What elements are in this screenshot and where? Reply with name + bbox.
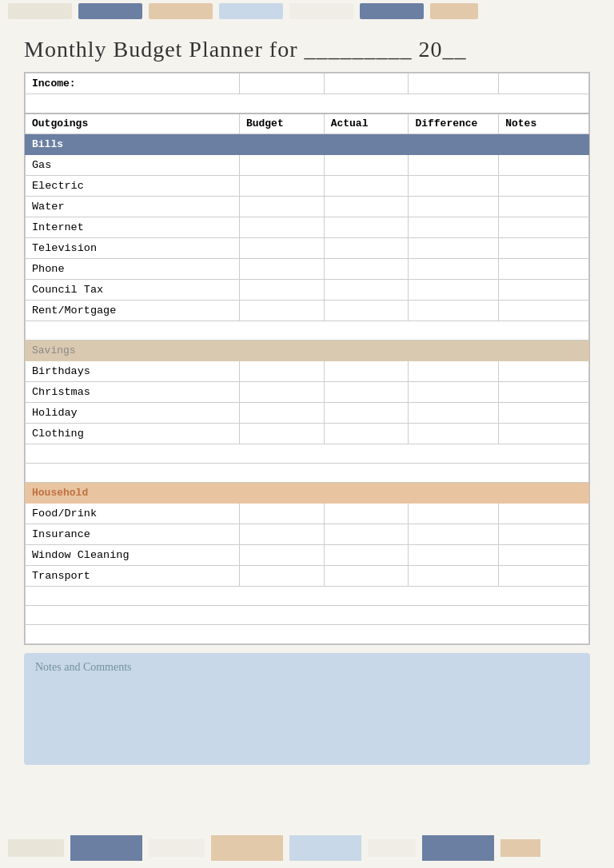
cell-holiday-budget[interactable] (239, 403, 324, 424)
cell-holiday-diff[interactable] (409, 403, 499, 424)
cell-tv-diff[interactable] (409, 238, 499, 259)
income-actual[interactable] (324, 74, 409, 94)
label-holiday: Holiday (26, 403, 240, 424)
cell-gas-notes[interactable] (499, 155, 589, 176)
cell-water-notes[interactable] (499, 197, 589, 217)
cell-transport-diff[interactable] (409, 566, 499, 587)
label-water: Water (26, 197, 240, 217)
row-holiday: Holiday (26, 403, 589, 424)
cell-transport-actual[interactable] (324, 566, 409, 587)
cell-phone-actual[interactable] (324, 259, 409, 280)
cell-internet-notes[interactable] (499, 217, 589, 238)
empty-row-6 (26, 606, 589, 625)
cell-holiday-actual[interactable] (324, 403, 409, 424)
cell-tv-budget[interactable] (239, 238, 324, 259)
empty-row-5 (26, 587, 589, 606)
cell-insurance-notes[interactable] (499, 524, 589, 545)
cell-electric-notes[interactable] (499, 176, 589, 197)
cell-gas-diff[interactable] (409, 155, 499, 176)
bot-swatch-3 (149, 839, 205, 857)
cell-electric-budget[interactable] (239, 176, 324, 197)
cell-wc-notes[interactable] (499, 545, 589, 566)
cell-rent-notes[interactable] (499, 301, 589, 321)
cell-ct-budget[interactable] (239, 280, 324, 301)
top-color-bar (0, 0, 614, 22)
row-gas: Gas (26, 155, 589, 176)
notes-comments-area[interactable]: Notes and Comments (24, 653, 590, 765)
row-rent-mortgage: Rent/Mortgage (26, 301, 589, 321)
cell-rent-diff[interactable] (409, 301, 499, 321)
cell-insurance-actual[interactable] (324, 524, 409, 545)
cell-phone-budget[interactable] (239, 259, 324, 280)
cell-clothing-notes[interactable] (499, 424, 589, 444)
cell-bday-actual[interactable] (324, 361, 409, 382)
label-gas: Gas (26, 155, 240, 176)
cell-clothing-budget[interactable] (239, 424, 324, 444)
cell-gas-budget[interactable] (239, 155, 324, 176)
cell-ct-notes[interactable] (499, 280, 589, 301)
column-header-row: Outgoings Budget Actual Difference Notes (26, 113, 589, 134)
cell-transport-budget[interactable] (239, 566, 324, 587)
label-television: Television (26, 238, 240, 259)
label-transport: Transport (26, 566, 240, 587)
cell-food-budget[interactable] (239, 504, 324, 524)
cell-xmas-notes[interactable] (499, 382, 589, 403)
cell-xmas-actual[interactable] (324, 382, 409, 403)
cell-bday-budget[interactable] (239, 361, 324, 382)
cell-food-actual[interactable] (324, 504, 409, 524)
cell-wc-budget[interactable] (239, 545, 324, 566)
bottom-color-bar (0, 828, 614, 868)
bot-swatch-6 (368, 839, 416, 857)
swatch-1 (8, 3, 72, 19)
row-clothing: Clothing (26, 424, 589, 444)
empty-row-1 (26, 94, 589, 113)
cell-clothing-actual[interactable] (324, 424, 409, 444)
header-difference: Difference (409, 113, 499, 134)
cell-ct-diff[interactable] (409, 280, 499, 301)
income-notes[interactable] (499, 74, 589, 94)
row-television: Television (26, 238, 589, 259)
cell-internet-diff[interactable] (409, 217, 499, 238)
bot-swatch-4 (211, 835, 283, 861)
income-diff[interactable] (409, 74, 499, 94)
cell-water-actual[interactable] (324, 197, 409, 217)
cell-bday-diff[interactable] (409, 361, 499, 382)
cell-water-budget[interactable] (239, 197, 324, 217)
cell-transport-notes[interactable] (499, 566, 589, 587)
cell-bday-notes[interactable] (499, 361, 589, 382)
cell-phone-notes[interactable] (499, 259, 589, 280)
empty-row-3 (26, 444, 589, 464)
cell-clothing-diff[interactable] (409, 424, 499, 444)
cell-internet-actual[interactable] (324, 217, 409, 238)
savings-label: Savings (26, 340, 589, 361)
cell-xmas-diff[interactable] (409, 382, 499, 403)
label-food-drink: Food/Drink (26, 504, 240, 524)
cell-water-diff[interactable] (409, 197, 499, 217)
cell-wc-diff[interactable] (409, 545, 499, 566)
cell-phone-diff[interactable] (409, 259, 499, 280)
cell-rent-actual[interactable] (324, 301, 409, 321)
cell-internet-budget[interactable] (239, 217, 324, 238)
cell-gas-actual[interactable] (324, 155, 409, 176)
notes-comments-label: Notes and Comments (35, 661, 579, 674)
income-row: Income: (26, 74, 589, 94)
cell-food-diff[interactable] (409, 504, 499, 524)
cell-holiday-notes[interactable] (499, 403, 589, 424)
cell-wc-actual[interactable] (324, 545, 409, 566)
cell-rent-budget[interactable] (239, 301, 324, 321)
budget-table-container: Income: Outgoings Budget Actual Differen… (24, 72, 590, 645)
cell-insurance-budget[interactable] (239, 524, 324, 545)
cell-food-notes[interactable] (499, 504, 589, 524)
bot-swatch-8 (500, 839, 540, 857)
label-phone: Phone (26, 259, 240, 280)
cell-electric-actual[interactable] (324, 176, 409, 197)
cell-xmas-budget[interactable] (239, 382, 324, 403)
bills-label: Bills (26, 134, 589, 155)
cell-tv-notes[interactable] (499, 238, 589, 259)
income-budget[interactable] (239, 74, 324, 94)
cell-tv-actual[interactable] (324, 238, 409, 259)
bot-swatch-5 (289, 835, 361, 861)
cell-electric-diff[interactable] (409, 176, 499, 197)
cell-ct-actual[interactable] (324, 280, 409, 301)
cell-insurance-diff[interactable] (409, 524, 499, 545)
